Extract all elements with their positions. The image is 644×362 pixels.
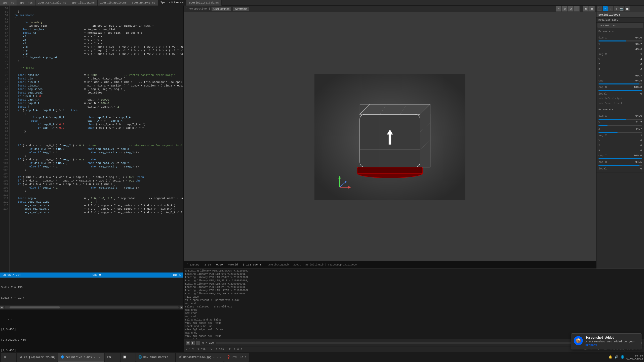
code-status-bar: Ln 95 / 234 Col 0 Ind 1	[0, 273, 183, 278]
taskbar-item-0[interactable]: 🗂 XJ [XJplorer 22.60]	[17, 353, 58, 362]
taskbar-item-3[interactable]: 🔲	[120, 353, 136, 362]
vp-toggle-2[interactable]: ▦	[589, 6, 595, 12]
scroll-track[interactable]	[5, 306, 179, 308]
data-line: ----...	[1, 317, 182, 321]
status-y-coord: Y: 3.539	[211, 348, 224, 351]
taskbar-label-6: HTML Help	[231, 356, 246, 359]
tab-1[interactable]: 2per.hss	[17, 0, 35, 6]
seg-y2-row: Y 6	[596, 138, 644, 143]
svg-marker-13	[420, 104, 430, 167]
scroll-left-btn[interactable]: ◀	[0, 306, 4, 309]
image-icon: 🖼	[178, 355, 182, 359]
h-scrollbar[interactable]: ◀ ▶	[0, 305, 183, 309]
tab-4[interactable]: 1per_lb_apply.ms	[98, 0, 130, 6]
params-section-2: dim X 64.0 Y 21.7	[596, 112, 644, 172]
prop-icon-star[interactable]: ✦	[608, 6, 613, 11]
params-label-1: Parameters	[596, 29, 644, 34]
taskbar-label-5: Sd640429619ac.jpg - ...	[183, 356, 221, 359]
indent-indicator: Ind 1	[173, 274, 181, 277]
code-content[interactable]: } fn buildMesh ( fn roundify ( in_pos_fl…	[10, 6, 183, 273]
dim-z2-row: Z 44.7	[596, 126, 644, 131]
tab-0[interactable]: 2per.mo	[0, 0, 17, 6]
status-x-coord: X 1 Y: 3.539	[186, 348, 206, 351]
coord-world: #world	[228, 263, 238, 266]
log-line: Loading library PER_LIB_IMG v.211082001L	[185, 292, 642, 295]
log-line: Loading library PER_LIB_CKG v.211022300L	[185, 273, 642, 276]
taskbar-label-4: How Mind Control _	[143, 356, 173, 359]
col-indicator: Col 0	[93, 274, 101, 277]
prop-icon-modify[interactable]: ⬛	[597, 6, 602, 11]
content-area: 5758596061 6263646566 6768697071 7273747…	[0, 6, 644, 352]
console-line: $.dim_T = 150	[1, 286, 182, 289]
prop-icon-list[interactable]: ≡	[603, 6, 608, 11]
taskbar-label-0: XJ [XJplorer 22.60]	[24, 356, 55, 359]
r-row: R 6	[596, 67, 644, 72]
sys-icon-2[interactable]: 🔊	[614, 355, 619, 359]
tab-3[interactable]: 1per_lb_CSK.ms	[69, 0, 97, 6]
taskbar-start[interactable]: ⊞	[1, 353, 16, 362]
prop-icon-rect[interactable]: 🔲	[625, 6, 630, 11]
vp-view-btn[interactable]: User Defined	[212, 7, 231, 11]
start-icon: ⊞	[3, 355, 7, 359]
svg-rect-17	[357, 167, 423, 173]
code-editor[interactable]: 5758596061 6263646566 6768697071 7273747…	[0, 6, 183, 278]
coord-z: 0.00	[216, 263, 223, 266]
3d-mesh-svg	[314, 74, 465, 200]
scroll-thumb[interactable]	[10, 306, 60, 308]
vp-icon-3[interactable]: ⊡	[568, 6, 574, 12]
3d-viewport[interactable]: [ Perspective ] User Defined Wireframe +…	[184, 6, 596, 268]
seg-x-row: seg X 1	[596, 52, 644, 57]
modifier-perimitive[interactable]: perimitive	[597, 23, 643, 28]
log-line: stack mod subel up	[185, 325, 642, 328]
seg-z-row: Z 6	[596, 62, 644, 67]
line-indicator: Ln 95 / 234	[3, 274, 21, 277]
anim-prev-btn[interactable]: ⏮	[186, 341, 190, 345]
taskbar-item-1[interactable]: 🔷 perimitive_b.max - ...	[58, 353, 104, 362]
coord-y: 2.54	[205, 263, 211, 266]
taskbar-item-6[interactable]: ❓ HTML Help	[224, 353, 249, 362]
cap-t2-row: cap T 100.0	[596, 153, 644, 158]
notification-toast[interactable]: 📦 Screenshot Added A screenshot was adde…	[571, 333, 641, 349]
props-title: perimitive028	[596, 12, 644, 18]
viewport-coord-bar: [ 630.59 2.54 0.00 #world ( 161.096 ) ju…	[184, 261, 596, 268]
taskbar-icon-3: 🔲	[123, 355, 127, 359]
prop-icon-gear[interactable]: ⚙	[614, 6, 619, 11]
anim-next-btn[interactable]: ⏭	[196, 341, 200, 345]
scroll-right-btn[interactable]: ▶	[180, 306, 183, 309]
sys-icon-net[interactable]: 🌐	[620, 355, 625, 359]
params-section-1: dim X 64.0 Y 99.7 Z 43.6	[596, 34, 644, 73]
anim-track[interactable]	[216, 342, 617, 344]
taskbar-clock[interactable]: 04:04 01/01/2022	[626, 354, 643, 360]
prop-icon-camera[interactable]: 📷	[619, 6, 624, 11]
params-label-2: Parameters	[596, 107, 644, 112]
r2-row: R 6	[596, 148, 644, 153]
log-line: max undo	[185, 308, 642, 312]
log-line: view fgl edged sel: false	[185, 328, 642, 331]
tab-5[interactable]: 6per_MF_PMS.ms	[129, 0, 158, 6]
seg-y-row: Y 4	[596, 57, 644, 62]
vp-icon-2[interactable]: ⊞	[562, 6, 568, 12]
taskbar-item-4[interactable]: 🌐 How Mind Control _	[136, 353, 176, 362]
anim-cursor	[216, 342, 216, 344]
tab-2[interactable]: 2per_CSR_apply.ms	[35, 0, 69, 6]
vp-icon-1[interactable]: +	[556, 6, 561, 12]
viewport-3d-area[interactable]	[184, 6, 596, 268]
taskbar: ⊞ 🗂 XJ [XJplorer 22.60] 🔷 perimitive_b.m…	[0, 352, 644, 362]
vp-shading-btn[interactable]: Wireframe	[233, 7, 249, 11]
taskbar-item-2[interactable]: Ps	[105, 353, 120, 362]
vp-toggle-1[interactable]: ▣	[583, 6, 589, 12]
tab-7[interactable]: 8perimitive_bak.ms	[186, 0, 222, 6]
sys-icon-1[interactable]: 🔔	[608, 355, 613, 359]
taskbar-label-1: perimitive_b.max - ...	[65, 356, 102, 359]
tab-6[interactable]: 7perimitive.ms	[158, 0, 186, 6]
toast-app: Dropbox	[585, 344, 639, 347]
data-line: [1,3.455]	[1, 328, 182, 331]
toast-body: A screenshot was added to your	[585, 340, 639, 343]
toast-title: Screenshot Added	[585, 336, 639, 340]
vp-icon-4[interactable]: ⋮	[574, 6, 580, 12]
viewport-toolbar: [ Perspective ] User Defined Wireframe +…	[184, 6, 596, 12]
anim-play-btn[interactable]: ▶	[191, 341, 195, 345]
log-line: select: selected - treshold 0.1	[185, 305, 642, 308]
toast-icon: 📦	[574, 336, 583, 345]
taskbar-item-5[interactable]: 🖼 Sd640429619ac.jpg - ...	[176, 353, 224, 362]
